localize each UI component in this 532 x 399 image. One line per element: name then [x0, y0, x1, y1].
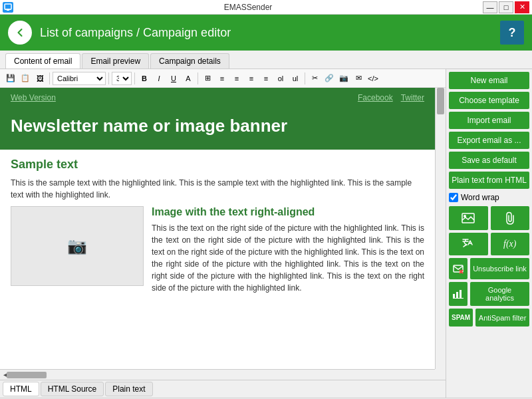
image-description: This is the text on the right side of th…: [152, 222, 424, 294]
toolbar-sep-1: [49, 72, 50, 84]
bottom-tab-source[interactable]: HTML Source: [41, 382, 104, 396]
bottom-tabs: HTML HTML Source Plain text: [0, 380, 446, 398]
facebook-link[interactable]: Facebook: [358, 93, 393, 102]
window-title: EMASSender: [13, 3, 483, 12]
image-placeholder: 📷: [11, 206, 144, 286]
scissors-button[interactable]: ✂: [308, 72, 321, 85]
html-button[interactable]: </>: [366, 72, 380, 85]
attachment-icon-btn[interactable]: [491, 206, 530, 230]
svg-point-3: [13, 26, 27, 39]
app-icon: [3, 2, 13, 13]
export-email-button[interactable]: Export email as ...: [449, 132, 529, 149]
bottom-tab-html[interactable]: HTML: [3, 382, 39, 396]
align-right-button[interactable]: ≡: [245, 72, 258, 85]
tab-email-preview[interactable]: Email preview: [82, 53, 149, 68]
antispam-icon[interactable]: SPAM: [449, 309, 473, 327]
sample-heading: Sample text: [11, 158, 424, 172]
header-bar: List of campaigns / Campaign editor ?: [0, 15, 532, 51]
analytics-row: Google analytics: [449, 282, 529, 306]
twitter-link[interactable]: Twitter: [401, 93, 424, 102]
svg-rect-11: [460, 290, 462, 298]
choose-template-button[interactable]: Choose template: [449, 92, 529, 109]
align-justify-button[interactable]: ≡: [259, 72, 273, 85]
banner-title: Newsletter name or image banner: [11, 116, 424, 136]
vertical-scrollbar[interactable]: ▲: [435, 88, 446, 369]
image2-button[interactable]: 📷: [337, 72, 350, 85]
toolbar-sep-4: [198, 72, 198, 84]
horizontal-scrollbar[interactable]: ◄: [0, 369, 435, 380]
titlebar-left: [3, 2, 13, 13]
formula-icon-btn[interactable]: f(x): [491, 233, 530, 255]
titlebar: EMASSender — □ ✕: [0, 0, 532, 15]
svg-rect-12: [453, 298, 464, 299]
tab-content-email[interactable]: Content of email: [5, 53, 80, 68]
email-button[interactable]: ✉: [352, 72, 365, 85]
editor-area: 💾 📋 🖼 Calibri Arial Times New Roman 3 12…: [0, 69, 446, 398]
maximize-button[interactable]: □: [499, 1, 513, 13]
word-wrap-checkbox[interactable]: [449, 193, 458, 202]
help-button[interactable]: ?: [500, 21, 524, 45]
antispam-filter-button[interactable]: AntiSpam filter: [475, 309, 529, 327]
google-analytics-button[interactable]: Google analytics: [470, 282, 529, 306]
window-controls: — □ ✕: [483, 1, 529, 13]
font-color-button[interactable]: A: [182, 72, 195, 85]
import-email-button[interactable]: Import email: [449, 112, 529, 129]
toolbar-copy-icon[interactable]: 📋: [19, 72, 32, 85]
web-version-link[interactable]: Web Version: [11, 93, 56, 102]
unsubscribe-row: Unsubscribe link: [449, 258, 529, 279]
tab-campaign-details[interactable]: Campaign details: [150, 53, 229, 68]
underline-button[interactable]: U: [167, 72, 180, 85]
new-email-button[interactable]: New email: [449, 72, 529, 89]
svg-rect-2: [7, 9, 9, 11]
image-text-block: Image with the text right-aligned This i…: [152, 206, 424, 294]
word-wrap-label: Word wrap: [461, 193, 499, 202]
bottom-tab-plain[interactable]: Plain text: [105, 382, 152, 396]
close-button[interactable]: ✕: [515, 1, 529, 13]
email-content: Web Version Facebook Twitter Newsletter …: [0, 88, 435, 369]
ol-button[interactable]: ol: [274, 72, 287, 85]
camera-icon: 📷: [67, 237, 87, 255]
svg-rect-9: [453, 294, 455, 298]
antispam-row: SPAM AntiSpam filter: [449, 309, 529, 327]
vertical-scroll-thumb[interactable]: [437, 88, 444, 114]
toolbar-sep-2: [108, 72, 109, 84]
analytics-icon[interactable]: [449, 282, 467, 306]
email-banner: Newsletter name or image banner: [0, 108, 435, 150]
bold-button[interactable]: B: [138, 72, 151, 85]
align-left-button[interactable]: ≡: [215, 72, 229, 85]
translate-icon-btn[interactable]: [449, 233, 488, 255]
align-center-button[interactable]: ≡: [230, 72, 243, 85]
font-size-select[interactable]: 3 124567: [112, 72, 132, 85]
ul-button[interactable]: ul: [289, 72, 302, 85]
tabs-bar: Content of email Email preview Campaign …: [0, 51, 532, 69]
unsubscribe-link-button[interactable]: Unsubscribe link: [470, 258, 529, 279]
toolbar-save-icon[interactable]: 💾: [4, 72, 17, 85]
image-upload-icon-btn[interactable]: [449, 206, 488, 230]
plain-text-button[interactable]: Plain text from HTML: [449, 172, 529, 189]
toolbar-sep-3: [134, 72, 135, 84]
image-section-heading: Image with the text right-aligned: [152, 206, 424, 218]
minimize-button[interactable]: —: [483, 1, 497, 13]
page-title: List of campaigns / Campaign editor: [40, 26, 492, 40]
italic-button[interactable]: I: [152, 72, 166, 85]
content-canvas: Web Version Facebook Twitter Newsletter …: [0, 88, 446, 380]
icon-row-1: [449, 206, 529, 230]
main-area: 💾 📋 🖼 Calibri Arial Times New Roman 3 12…: [0, 69, 532, 398]
horizontal-scroll-thumb[interactable]: [7, 372, 47, 378]
link-button[interactable]: 🔗: [323, 72, 336, 85]
sample-paragraph: This is the sample text with the highlig…: [11, 177, 424, 201]
email-header-bar: Web Version Facebook Twitter: [0, 88, 435, 108]
unsubscribe-icon[interactable]: [449, 258, 467, 279]
svg-rect-10: [456, 292, 458, 298]
scroll-corner: [435, 369, 446, 380]
font-family-select[interactable]: Calibri Arial Times New Roman: [53, 72, 106, 85]
email-body: Sample text This is the sample text with…: [0, 150, 435, 302]
table-button[interactable]: ⊞: [201, 72, 214, 85]
social-links: Facebook Twitter: [358, 93, 424, 102]
back-button[interactable]: [8, 21, 32, 45]
toolbar-sep-5: [305, 72, 305, 84]
image-section: 📷 Image with the text right-aligned This…: [11, 206, 424, 294]
icon-row-2: f(x): [449, 233, 529, 255]
save-default-button[interactable]: Save as default: [449, 152, 529, 169]
toolbar-image-icon[interactable]: 🖼: [33, 72, 47, 85]
